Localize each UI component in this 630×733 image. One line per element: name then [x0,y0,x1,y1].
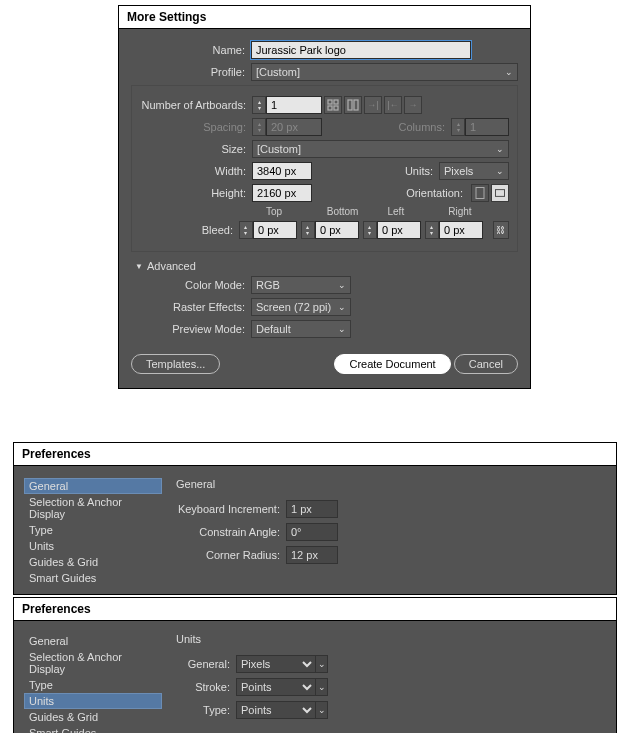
artboard-group: Number of Artboards: →| |← → Spacing: Co… [131,85,518,252]
preferences-general-dialog: Preferences General Selection & Anchor D… [13,442,617,595]
sidebar-item-selection[interactable]: Selection & Anchor Display [24,494,162,522]
keyboard-increment-label: Keyboard Increment: [176,503,286,515]
profile-label: Profile: [131,66,251,78]
sidebar-item-smart-guides[interactable]: Smart Guides [24,570,162,586]
columns-stepper [451,118,465,136]
constrain-angle-input[interactable] [286,523,338,541]
cancel-button[interactable]: Cancel [454,354,518,374]
bleed-top-input[interactable] [253,221,297,239]
orientation-landscape-button[interactable] [491,184,509,202]
chevron-down-icon [316,655,328,673]
name-label: Name: [131,44,251,56]
sidebar-item-selection[interactable]: Selection & Anchor Display [24,649,162,677]
grid-by-col-icon[interactable] [344,96,362,114]
type-units-select[interactable]: Points [236,701,316,719]
bleed-left-label: Left [388,206,449,217]
num-artboards-label: Number of Artboards: [140,99,252,111]
columns-input [465,118,509,136]
color-mode-label: Color Mode: [131,279,251,291]
sidebar-item-type[interactable]: Type [24,522,162,538]
sidebar-item-smart-guides[interactable]: Smart Guides [24,725,162,733]
keyboard-increment-input[interactable] [286,500,338,518]
constrain-angle-label: Constrain Angle: [176,526,286,538]
sidebar-item-type[interactable]: Type [24,677,162,693]
height-input[interactable] [252,184,312,202]
preferences-sidebar: General Selection & Anchor Display Type … [24,633,162,728]
corner-radius-label: Corner Radius: [176,549,286,561]
bleed-left-input[interactable] [377,221,421,239]
create-document-button[interactable]: Create Document [334,354,450,374]
num-artboards-input[interactable] [266,96,322,114]
bleed-top-label: Top [266,206,327,217]
chevron-down-icon: ▼ [135,262,143,271]
svg-rect-5 [354,100,358,110]
preferences-sidebar: General Selection & Anchor Display Type … [24,478,162,586]
columns-label: Columns: [322,121,451,133]
svg-rect-4 [348,100,352,110]
arrange-right-icon[interactable]: →| [364,96,382,114]
bleed-bottom-stepper[interactable] [301,221,315,239]
dialog-title: Preferences [14,598,616,621]
num-artboards-stepper[interactable] [252,96,266,114]
preferences-units-dialog: Preferences General Selection & Anchor D… [13,597,617,733]
link-bleed-icon[interactable]: ⛓ [493,221,509,239]
bleed-label: Bleed: [140,224,239,236]
color-mode-select[interactable]: RGB⌄ [251,276,351,294]
arrange-left-icon[interactable]: |← [384,96,402,114]
grid-by-row-icon[interactable] [324,96,342,114]
spacing-input [266,118,322,136]
width-input[interactable] [252,162,312,180]
section-heading: General [176,478,606,490]
svg-rect-0 [328,100,332,104]
chevron-down-icon [316,678,328,696]
type-units-label: Type: [176,704,236,716]
size-select[interactable]: [Custom]⌄ [252,140,509,158]
sidebar-item-general[interactable]: General [24,633,162,649]
advanced-disclosure[interactable]: ▼ Advanced [135,260,518,272]
svg-rect-6 [476,188,484,199]
bleed-right-stepper[interactable] [425,221,439,239]
preview-mode-select[interactable]: Default⌄ [251,320,351,338]
preview-mode-label: Preview Mode: [131,323,251,335]
new-document-dialog: More Settings Name: Profile: [Custom]⌄ N… [118,5,531,389]
general-units-select[interactable]: Pixels [236,655,316,673]
height-label: Height: [140,187,252,199]
dialog-title: More Settings [119,6,530,29]
templates-button[interactable]: Templates... [131,354,220,374]
stroke-units-label: Stroke: [176,681,236,693]
units-label: Units: [312,165,439,177]
bleed-right-input[interactable] [439,221,483,239]
units-select[interactable]: Pixels⌄ [439,162,509,180]
dialog-title: Preferences [14,443,616,466]
corner-radius-input[interactable] [286,546,338,564]
raster-effects-select[interactable]: Screen (72 ppi)⌄ [251,298,351,316]
spacing-stepper [252,118,266,136]
arrange-down-icon[interactable]: → [404,96,422,114]
sidebar-item-general[interactable]: General [24,478,162,494]
svg-rect-3 [334,106,338,110]
svg-rect-7 [495,190,504,197]
bleed-bottom-label: Bottom [327,206,388,217]
sidebar-item-guides[interactable]: Guides & Grid [24,709,162,725]
raster-effects-label: Raster Effects: [131,301,251,313]
sidebar-item-units[interactable]: Units [24,538,162,554]
orientation-label: Orientation: [312,187,469,199]
chevron-down-icon [316,701,328,719]
size-label: Size: [140,143,252,155]
general-units-label: General: [176,658,236,670]
profile-select[interactable]: [Custom]⌄ [251,63,518,81]
name-input[interactable] [251,41,471,59]
sidebar-item-guides[interactable]: Guides & Grid [24,554,162,570]
spacing-label: Spacing: [140,121,252,133]
svg-rect-2 [328,106,332,110]
stroke-units-select[interactable]: Points [236,678,316,696]
width-label: Width: [140,165,252,177]
bleed-bottom-input[interactable] [315,221,359,239]
section-heading: Units [176,633,606,645]
bleed-left-stepper[interactable] [363,221,377,239]
sidebar-item-units[interactable]: Units [24,693,162,709]
orientation-portrait-button[interactable] [471,184,489,202]
svg-rect-1 [334,100,338,104]
bleed-right-label: Right [448,206,509,217]
bleed-top-stepper[interactable] [239,221,253,239]
